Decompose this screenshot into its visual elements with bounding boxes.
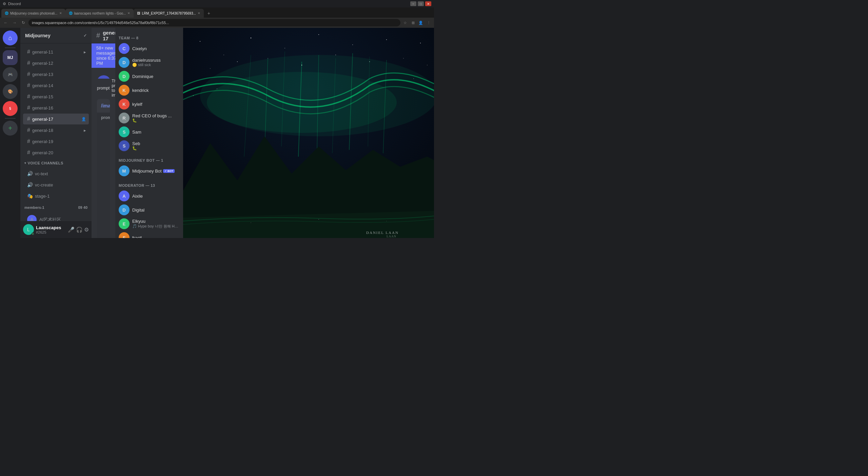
address-input[interactable]	[28, 19, 400, 26]
ml-kylelf[interactable]: K kylelf	[117, 97, 182, 111]
new-tab-button[interactable]: +	[204, 9, 213, 18]
tab-3-close[interactable]: ✕	[198, 12, 200, 15]
channel-general-12[interactable]: # general-12	[23, 58, 89, 68]
ml-info: Midjourney Bot ✓ BOT	[132, 168, 180, 174]
prompt-input-area[interactable]: prompt https://images.squarespace-cdn.co…	[97, 113, 110, 238]
browser-tab-3[interactable]: 🖼 LRM_EXPORT_17643678795693... ✕	[134, 9, 203, 18]
browser-menu-icon[interactable]: ⋮	[425, 19, 432, 26]
chat-area: # general-17 ⊕ 48 📌 👥 🔍 🔍 📥 ❓	[92, 28, 115, 238]
add-server-button[interactable]: +	[3, 121, 18, 136]
mic-icon[interactable]: 🎤	[68, 226, 75, 233]
channel-member-icon: 👤	[81, 117, 86, 121]
hash-icon: #	[27, 71, 30, 77]
aurora-image: DANIEL LAAN LAAN	[183, 28, 434, 238]
channel-actions: ▸	[84, 128, 86, 133]
browser-panel: DANIEL LAAN LAAN	[183, 28, 434, 238]
vc-create-channel[interactable]: 🔊 vc-create	[23, 179, 89, 190]
browser-tab-2[interactable]: 🌐 laanscapes northern lights - Goo... ✕	[65, 9, 134, 18]
server-header[interactable]: Midjourney ✓	[20, 28, 92, 43]
ml-info: Elkyuu 🎵 Hype boy 너만 원해 Hype ...	[132, 219, 180, 229]
ml-name: Sam	[132, 130, 180, 135]
svg-point-16	[427, 65, 428, 65]
member-ai[interactable]: A AI艺术社区	[23, 213, 89, 221]
stage-1-channel[interactable]: 🎭 stage-1	[23, 191, 89, 201]
channel-general-16[interactable]: # general-16	[23, 102, 89, 113]
hash-icon: #	[27, 105, 30, 111]
minimize-button[interactable]: −	[410, 1, 416, 6]
svg-point-9	[420, 43, 421, 43]
browser-tab-1[interactable]: 🌐 Midjourney creates photoreali... ✕	[1, 9, 65, 18]
stage-1-name: stage-1	[35, 194, 50, 199]
ml-aixile[interactable]: A Aixile	[117, 189, 182, 203]
ml-status: 🎵 Hype boy 너만 원해 Hype ...	[132, 224, 180, 229]
ml-red-ceo[interactable]: R Red CEO of bugs ... 🐛	[117, 111, 182, 125]
ml-avatar: D	[119, 57, 130, 68]
ml-digital[interactable]: D Digital	[117, 203, 182, 217]
server-divider-2	[5, 118, 16, 119]
svg-point-3	[251, 38, 251, 38]
extensions-icon[interactable]: ⊞	[410, 19, 416, 26]
prompt-placeholder-text: The prompt to imagine	[112, 79, 115, 98]
prompt-label-text: prompt	[97, 86, 110, 91]
ml-danielruss[interactable]: D danielrussruss 🟡 still sick	[117, 56, 182, 69]
home-button[interactable]: ⌂	[3, 31, 18, 45]
ml-sam[interactable]: S Sam	[117, 125, 182, 139]
hash-icon: #	[27, 60, 30, 66]
vc-text-channel[interactable]: 🔊 vc-text	[23, 168, 89, 179]
maximize-button[interactable]: □	[418, 1, 424, 6]
svg-point-22	[251, 222, 251, 223]
channel-general-18[interactable]: # general-18 ▸	[23, 125, 89, 136]
forward-button[interactable]: →	[11, 19, 18, 26]
server-4[interactable]: 5	[3, 101, 18, 116]
bookmark-icon[interactable]: ☆	[402, 19, 409, 26]
headphone-icon[interactable]: 🎧	[76, 226, 83, 233]
ml-kendrick[interactable]: K kendrick	[117, 83, 182, 97]
server-midjourney[interactable]: MJ	[3, 50, 18, 65]
close-button[interactable]: ✕	[425, 1, 431, 6]
vc-text-name: vc-text	[35, 171, 48, 176]
ml-cixelyn[interactable]: C Cixelyn	[117, 42, 182, 55]
ml-info: Seb 🐛	[132, 141, 180, 151]
svg-point-5	[318, 34, 319, 35]
members-1-header[interactable]: members-1 09 40	[23, 203, 89, 212]
channel-general-14[interactable]: # general-14	[23, 80, 89, 91]
ml-fractl[interactable]: F fractl	[117, 231, 182, 238]
tab-1-close[interactable]: ✕	[59, 12, 62, 15]
voice-channels-header[interactable]: ▾ VOICE CHANNELS	[20, 158, 92, 168]
ml-avatar: M	[119, 165, 130, 176]
moderator-count: 13	[151, 183, 155, 187]
channel-general-20[interactable]: # general-20	[23, 147, 89, 158]
back-button[interactable]: ←	[2, 19, 9, 26]
channel-general-19[interactable]: # general-19	[23, 136, 89, 147]
channel-general-15[interactable]: # general-15	[23, 91, 89, 102]
svg-point-14	[335, 55, 336, 55]
channel-general-17[interactable]: # general-17 👤	[23, 114, 89, 124]
user-info: Laanscapes #2625	[36, 225, 66, 234]
channel-scroll[interactable]: # general-11 ▸ # general-12 # general-13…	[20, 43, 92, 221]
channel-general-13[interactable]: # general-13	[23, 69, 89, 80]
ml-elkyuu[interactable]: E Elkyuu 🎵 Hype boy 너만 원해 Hype ...	[117, 217, 182, 231]
svg-point-6	[352, 44, 353, 45]
chat-header: # general-17 ⊕ 48 📌 👥 🔍 🔍 📥 ❓	[92, 28, 115, 43]
ml-name: Seb	[132, 141, 180, 146]
input-command: /imagine	[101, 103, 110, 108]
server-2[interactable]: 🎮	[3, 67, 18, 82]
ml-mj-bot[interactable]: M Midjourney Bot ✓ BOT	[117, 164, 182, 178]
chat-scroll[interactable]: ⚔ Midjourney Bot ✓ BOT Today at 6:37 PM …	[92, 68, 115, 79]
ml-name: fractl	[132, 235, 180, 238]
ml-avatar: D	[119, 71, 130, 82]
hash-icon: #	[27, 94, 30, 100]
settings-icon[interactable]: ⚙	[84, 226, 89, 233]
ml-seb[interactable]: S Seb 🐛	[117, 139, 182, 153]
channel-general-11[interactable]: # general-11 ▸	[23, 46, 89, 57]
ml-dominique[interactable]: D Dominique	[117, 70, 182, 83]
channel-name: general-18	[32, 128, 82, 133]
profile-icon[interactable]: 👤	[417, 19, 424, 26]
tab-2-close[interactable]: ✕	[127, 12, 130, 15]
server-3[interactable]: 🎨	[3, 84, 18, 99]
refresh-button[interactable]: ↻	[20, 19, 27, 26]
ml-avatar: D	[119, 204, 130, 215]
members-1-label: members-1	[24, 205, 44, 210]
svg-point-10	[210, 68, 210, 68]
prompt-label: prompt The prompt to imagine	[97, 79, 110, 98]
